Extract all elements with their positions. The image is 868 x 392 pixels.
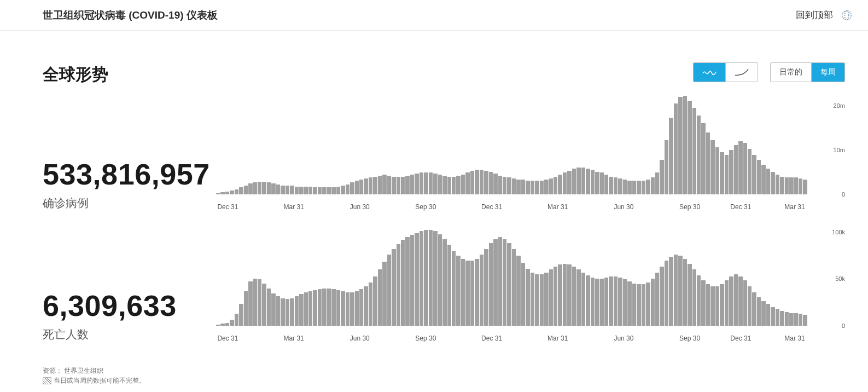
bar[interactable]	[442, 239, 446, 326]
bar[interactable]	[447, 245, 451, 326]
bar[interactable]	[373, 177, 377, 194]
bar[interactable]	[576, 269, 580, 326]
bar[interactable]	[618, 178, 622, 194]
bar[interactable]	[220, 192, 224, 194]
bar[interactable]	[442, 176, 446, 194]
bar[interactable]	[244, 186, 248, 194]
bar[interactable]	[752, 292, 756, 326]
bar[interactable]	[262, 284, 266, 326]
bar[interactable]	[350, 292, 354, 326]
bar[interactable]	[665, 261, 668, 326]
bar[interactable]	[600, 279, 604, 326]
bar[interactable]	[456, 176, 460, 194]
bar[interactable]	[359, 289, 363, 326]
bar[interactable]	[239, 187, 243, 194]
bar[interactable]	[503, 239, 506, 326]
bar[interactable]	[586, 275, 590, 326]
linear-scale-button[interactable]	[694, 63, 725, 82]
bar[interactable]	[526, 181, 529, 194]
bar[interactable]	[392, 177, 395, 194]
bar[interactable]	[286, 299, 289, 326]
bar[interactable]	[438, 234, 442, 326]
bar[interactable]	[516, 180, 520, 194]
bar[interactable]	[766, 304, 770, 326]
bar[interactable]	[253, 182, 257, 194]
bar[interactable]	[429, 172, 433, 194]
bar[interactable]	[595, 279, 599, 326]
bar[interactable]	[526, 269, 529, 326]
bar[interactable]	[706, 132, 710, 194]
bar[interactable]	[470, 261, 474, 326]
bar[interactable]	[771, 172, 774, 194]
cases-chart[interactable]: 010m20m Dec 31Mar 31Jun 30Sep 30Dec 31Ma…	[207, 96, 845, 211]
bar[interactable]	[743, 280, 747, 326]
bar[interactable]	[660, 160, 663, 194]
bar[interactable]	[752, 155, 756, 194]
bar[interactable]	[244, 291, 248, 326]
bar[interactable]	[688, 101, 691, 194]
bar[interactable]	[776, 309, 779, 326]
bar[interactable]	[313, 290, 317, 326]
bar[interactable]	[614, 276, 617, 326]
bar[interactable]	[456, 256, 460, 326]
bar[interactable]	[623, 180, 627, 194]
bar[interactable]	[267, 289, 271, 326]
bar[interactable]	[701, 280, 705, 326]
bar[interactable]	[738, 276, 742, 326]
bar[interactable]	[799, 178, 802, 194]
bar[interactable]	[327, 289, 331, 326]
bar[interactable]	[475, 259, 479, 326]
bar[interactable]	[392, 249, 395, 326]
bar[interactable]	[308, 291, 312, 326]
bar[interactable]	[382, 175, 386, 194]
bar[interactable]	[669, 118, 673, 194]
bar[interactable]	[757, 160, 761, 194]
bar[interactable]	[327, 187, 331, 194]
bar[interactable]	[734, 145, 738, 194]
log-scale-button[interactable]	[725, 63, 758, 82]
bar[interactable]	[540, 274, 544, 326]
bar[interactable]	[516, 256, 520, 326]
bar[interactable]	[405, 176, 409, 194]
bar[interactable]	[355, 291, 359, 326]
bar[interactable]	[364, 286, 368, 326]
bar[interactable]	[738, 141, 742, 194]
bar[interactable]	[581, 273, 585, 326]
bar[interactable]	[220, 324, 224, 326]
bar[interactable]	[415, 174, 418, 194]
bar[interactable]	[286, 186, 289, 194]
bar[interactable]	[799, 314, 802, 326]
bar[interactable]	[369, 283, 372, 326]
globe-icon[interactable]	[841, 9, 853, 21]
bar[interactable]	[540, 181, 544, 194]
bar[interactable]	[290, 298, 294, 326]
bar[interactable]	[378, 269, 382, 326]
bar[interactable]	[771, 307, 774, 326]
bar[interactable]	[484, 171, 488, 194]
bar[interactable]	[660, 267, 663, 326]
bar[interactable]	[447, 177, 451, 194]
bar[interactable]	[318, 187, 322, 194]
bar[interactable]	[498, 237, 502, 326]
bar[interactable]	[794, 177, 798, 194]
bar[interactable]	[701, 123, 705, 194]
bar[interactable]	[397, 177, 400, 194]
bar[interactable]	[642, 284, 645, 326]
bar[interactable]	[295, 296, 299, 326]
bar[interactable]	[387, 255, 391, 326]
bar[interactable]	[678, 97, 682, 194]
bar[interactable]	[697, 116, 701, 194]
bar[interactable]	[655, 172, 659, 194]
bar[interactable]	[258, 279, 261, 326]
bar[interactable]	[757, 297, 761, 326]
bar[interactable]	[544, 273, 548, 326]
bar[interactable]	[465, 172, 469, 194]
bar[interactable]	[535, 181, 539, 194]
bar[interactable]	[299, 294, 303, 326]
bar[interactable]	[609, 177, 613, 194]
bar[interactable]	[331, 187, 335, 194]
bar[interactable]	[604, 278, 608, 326]
bar[interactable]	[554, 177, 557, 194]
bar[interactable]	[618, 278, 622, 326]
bar[interactable]	[785, 177, 789, 194]
